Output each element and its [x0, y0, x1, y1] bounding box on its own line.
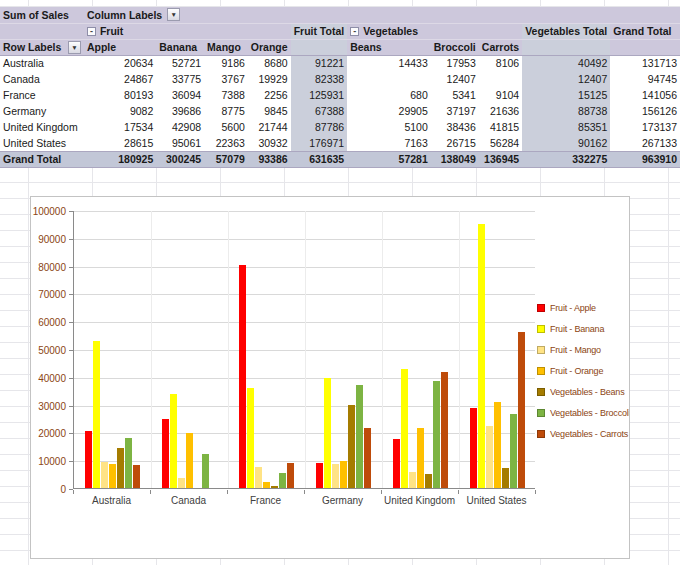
value-cell[interactable]: 41815: [479, 119, 522, 135]
bar[interactable]: [162, 419, 169, 488]
col-header-carrots[interactable]: Carrots: [479, 39, 522, 55]
bar[interactable]: [348, 405, 355, 488]
value-cell[interactable]: 7388: [204, 87, 248, 103]
column-labels-cell[interactable]: Column Labels ▼: [84, 7, 680, 23]
value-cell[interactable]: 9082: [84, 103, 156, 119]
value-cell[interactable]: 138049: [431, 151, 479, 167]
value-cell[interactable]: 22363: [204, 135, 248, 151]
vegetables-total-header[interactable]: Vegetables Total: [522, 23, 610, 39]
legend-item[interactable]: Vegetables - Broccoli: [537, 402, 630, 423]
bar[interactable]: [202, 454, 209, 488]
col-header-beans[interactable]: Beans: [347, 39, 431, 55]
bar[interactable]: [356, 385, 363, 488]
value-cell[interactable]: 26715: [431, 135, 479, 151]
value-cell[interactable]: 9845: [248, 103, 291, 119]
bar[interactable]: [441, 372, 448, 488]
bar[interactable]: [101, 462, 108, 488]
grand-total-header[interactable]: Grand Total: [610, 23, 680, 39]
bar[interactable]: [478, 224, 485, 488]
bar[interactable]: [125, 438, 132, 488]
bar[interactable]: [486, 426, 493, 488]
col-header-apple[interactable]: Apple: [84, 39, 156, 55]
collapse-vegetables-button[interactable]: -: [350, 27, 359, 36]
vegetables-group-cell[interactable]: - Vegetables: [347, 23, 522, 39]
legend-item[interactable]: Fruit - Banana: [537, 318, 630, 339]
row-labels-dropdown-button[interactable]: ▼: [68, 41, 81, 54]
bar[interactable]: [409, 472, 416, 488]
col-header-orange[interactable]: Orange: [248, 39, 291, 55]
value-cell[interactable]: [479, 71, 522, 87]
legend-item[interactable]: Fruit - Apple: [537, 297, 630, 318]
bar[interactable]: [170, 394, 177, 488]
row-label-cell[interactable]: United Kingdom: [0, 119, 84, 135]
value-cell[interactable]: 680: [347, 87, 431, 103]
value-cell[interactable]: 5600: [204, 119, 248, 135]
pivot-title-cell[interactable]: Sum of Sales: [0, 7, 84, 23]
bar[interactable]: [133, 465, 140, 488]
value-cell[interactable]: 3767: [204, 71, 248, 87]
value-cell[interactable]: 33775: [156, 71, 204, 87]
bar[interactable]: [324, 378, 331, 488]
bar[interactable]: [263, 482, 270, 488]
value-cell[interactable]: 141056: [610, 87, 680, 103]
bar[interactable]: [85, 431, 92, 488]
bar[interactable]: [247, 388, 254, 488]
value-cell[interactable]: 95061: [156, 135, 204, 151]
bar[interactable]: [117, 448, 124, 488]
col-header-broccoli[interactable]: Broccoli: [431, 39, 479, 55]
fruit-total-header[interactable]: Fruit Total: [291, 23, 348, 39]
bar[interactable]: [518, 332, 525, 488]
value-cell[interactable]: 38436: [431, 119, 479, 135]
value-cell[interactable]: 14433: [347, 55, 431, 71]
value-cell[interactable]: 9186: [204, 55, 248, 71]
value-cell[interactable]: 42908: [156, 119, 204, 135]
value-cell[interactable]: 93386: [248, 151, 291, 167]
bar[interactable]: [417, 428, 424, 488]
value-cell[interactable]: 15125: [522, 87, 610, 103]
value-cell[interactable]: 17534: [84, 119, 156, 135]
value-cell[interactable]: 90162: [522, 135, 610, 151]
value-cell[interactable]: 40492: [522, 55, 610, 71]
value-cell[interactable]: 2256: [248, 87, 291, 103]
row-label-cell[interactable]: Germany: [0, 103, 84, 119]
bar[interactable]: [340, 461, 347, 488]
value-cell[interactable]: 94745: [610, 71, 680, 87]
bar[interactable]: [393, 439, 400, 488]
value-cell[interactable]: 136945: [479, 151, 522, 167]
value-cell[interactable]: 39686: [156, 103, 204, 119]
bar[interactable]: [271, 486, 278, 488]
bar[interactable]: [470, 408, 477, 488]
value-cell[interactable]: 24867: [84, 71, 156, 87]
bar[interactable]: [494, 402, 501, 488]
value-cell[interactable]: 52721: [156, 55, 204, 71]
bar[interactable]: [287, 463, 294, 488]
value-cell[interactable]: 80193: [84, 87, 156, 103]
value-cell[interactable]: 28615: [84, 135, 156, 151]
bar[interactable]: [332, 464, 339, 488]
value-cell[interactable]: [347, 71, 431, 87]
bar[interactable]: [255, 467, 262, 488]
col-header-banana[interactable]: Banana: [156, 39, 204, 55]
value-cell[interactable]: 12407: [522, 71, 610, 87]
value-cell[interactable]: 30932: [248, 135, 291, 151]
value-cell[interactable]: 131713: [610, 55, 680, 71]
value-cell[interactable]: 5341: [431, 87, 479, 103]
bar[interactable]: [316, 463, 323, 488]
bar[interactable]: [502, 468, 509, 488]
row-label-cell[interactable]: United States: [0, 135, 84, 151]
value-cell[interactable]: 7163: [347, 135, 431, 151]
value-cell[interactable]: 9104: [479, 87, 522, 103]
value-cell[interactable]: 125931: [291, 87, 348, 103]
bar[interactable]: [279, 473, 286, 488]
value-cell[interactable]: 156126: [610, 103, 680, 119]
row-label-cell[interactable]: France: [0, 87, 84, 103]
legend-item[interactable]: Fruit - Mango: [537, 339, 630, 360]
bar[interactable]: [425, 474, 432, 488]
row-label-cell[interactable]: Canada: [0, 71, 84, 87]
value-cell[interactable]: 57281: [347, 151, 431, 167]
legend-item[interactable]: Vegetables - Carrots: [537, 423, 630, 444]
value-cell[interactable]: 267133: [610, 135, 680, 151]
bar[interactable]: [401, 369, 408, 488]
value-cell[interactable]: 176971: [291, 135, 348, 151]
row-label-cell[interactable]: Australia: [0, 55, 84, 71]
